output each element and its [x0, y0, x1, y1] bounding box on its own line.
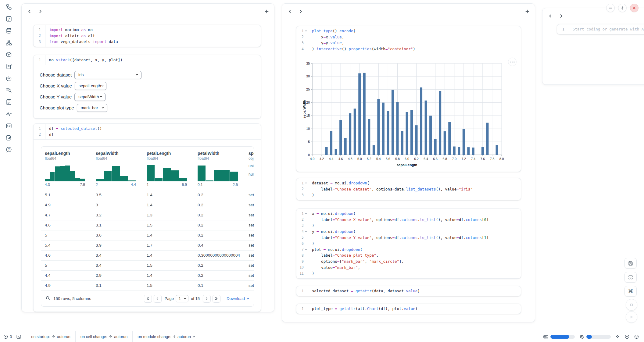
- shutdown-close-icon[interactable]: [630, 4, 639, 12]
- histogram-bar: [128, 180, 136, 181]
- column-header[interactable]: petalLengthfloat6416.9: [143, 147, 194, 190]
- fold-chevron-icon[interactable]: [304, 248, 308, 251]
- settings-gear-icon[interactable]: [618, 4, 627, 12]
- dropdown-select[interactable]: sepalWidth: [74, 93, 106, 101]
- column-move-left-button[interactable]: [26, 8, 33, 15]
- help-icon[interactable]: ?: [5, 146, 12, 153]
- add-cell-button[interactable]: [524, 8, 531, 15]
- table-cell: setosa: [245, 230, 254, 240]
- histogram-bar: [171, 170, 179, 181]
- prev-page-button[interactable]: [154, 295, 162, 303]
- code-editor[interactable]: 1selected_dataset = getattr(data, datase…: [296, 286, 521, 296]
- code-editor[interactable]: 1df = selected_dataset()2df: [34, 124, 261, 139]
- dependency-graph-icon[interactable]: [5, 39, 12, 46]
- dropdown-select[interactable]: iris: [74, 71, 141, 79]
- tracing-icon[interactable]: [5, 111, 12, 117]
- copilot-icon[interactable]: [624, 334, 630, 339]
- zap-icon: [173, 335, 176, 338]
- save-button[interactable]: [624, 258, 637, 269]
- connection-status-icon[interactable]: [634, 334, 639, 339]
- empty-code-cell: 1Start coding or generate with AI: [557, 24, 644, 34]
- dropdown-label: Choose dataset: [40, 72, 72, 77]
- table-row: 4.931.40.2setosa: [41, 200, 254, 210]
- x-tick-label: 7.6: [481, 157, 485, 161]
- code-editor[interactable]: 1mo.vstack([dataset, x, y, plot]): [34, 55, 261, 65]
- code-editor[interactable]: 1plot_type = getattr(alt.Chart(df), plot…: [296, 304, 521, 314]
- column-header[interactable]: speciesobjectunique:nulls:: [245, 147, 254, 190]
- table-cell: 3.5: [92, 190, 143, 200]
- code-editor[interactable]: 1dataset = mo.ui.dropdown(2 label="Choos…: [296, 178, 521, 200]
- histogram-range: 16.9: [147, 183, 187, 187]
- add-cell-button[interactable]: [263, 8, 270, 15]
- column-move-right-button[interactable]: [558, 12, 564, 19]
- code-text: import altair as alt: [45, 34, 95, 38]
- next-page-button[interactable]: [203, 295, 211, 303]
- ai-sparkle-icon[interactable]: [615, 334, 620, 339]
- table-cell: 5.1: [41, 190, 92, 200]
- last-page-button[interactable]: [213, 295, 220, 303]
- column-histogram: [45, 164, 85, 181]
- on-module-change-setting[interactable]: on module change: autorun: [133, 331, 200, 342]
- download-label: Download: [227, 296, 245, 301]
- column-header[interactable]: sepalWidthfloat6424.4: [92, 147, 143, 190]
- dropdown-select[interactable]: sepalLength: [75, 82, 106, 90]
- dropdown-row: Choose datasetiris: [40, 69, 261, 80]
- bar-chart[interactable]: 4.04.24.44.64.85.05.25.45.65.86.06.26.46…: [302, 55, 516, 169]
- file-tree-icon[interactable]: [5, 4, 12, 10]
- documentation-icon[interactable]: [5, 99, 12, 105]
- on-startup-setting[interactable]: on startup: autorun: [26, 331, 75, 342]
- bar: [335, 149, 337, 155]
- column-move-left-button[interactable]: [547, 12, 553, 19]
- run-all-button[interactable]: [626, 311, 637, 323]
- code-line: 2import altair as alt: [34, 33, 261, 39]
- code-editor[interactable]: 1import marimo as mo2import altair as al…: [34, 25, 261, 47]
- functions-icon[interactable]: ƒ: [5, 16, 12, 22]
- fold-chevron-icon[interactable]: [304, 230, 308, 233]
- setting-label: on module change:: [138, 334, 171, 339]
- x-tick-label: 7.8: [490, 157, 495, 161]
- download-button[interactable]: Download: [227, 296, 249, 301]
- search-icon[interactable]: [45, 296, 50, 302]
- layout-toggle-button[interactable]: [624, 272, 637, 283]
- code-editor[interactable]: 1plot_type().encode(2 x=x.value,3 y=y.va…: [296, 26, 521, 54]
- histogram-bar: [70, 171, 75, 181]
- terminal-icon[interactable]: [16, 334, 21, 339]
- table-header-row: sepalLengthfloat644.37.9sepalWidthfloat6…: [41, 147, 254, 190]
- error-count[interactable]: 0: [0, 334, 12, 339]
- setting-label: on startup:: [31, 334, 50, 339]
- cpu-progress-bar: [586, 335, 611, 339]
- bar: [481, 147, 484, 155]
- column-move-right-button[interactable]: [297, 8, 304, 15]
- code-editor[interactable]: 1x = mo.ui.dropdown(2 label="Choose X va…: [296, 209, 521, 278]
- notebook-menu-button[interactable]: [606, 4, 615, 12]
- column-move-left-button[interactable]: [286, 8, 293, 15]
- database-icon[interactable]: [5, 27, 12, 34]
- code-line: 1plot_type = getattr(alt.Chart(df), plot…: [296, 306, 521, 312]
- first-page-button[interactable]: [144, 295, 152, 303]
- bar: [448, 122, 451, 155]
- on-cell-change-setting[interactable]: on cell change: autorun: [76, 331, 133, 342]
- stop-kernel-button[interactable]: [626, 299, 637, 311]
- snippets-icon[interactable]: [5, 123, 12, 129]
- code-text: df: [45, 132, 54, 137]
- cpu-icon: [579, 334, 585, 340]
- fold-chevron-icon[interactable]: [304, 30, 308, 32]
- command-palette-button[interactable]: ⌘: [624, 286, 637, 297]
- dropdown-select[interactable]: mark_bar: [77, 104, 107, 112]
- scratchpad-search-icon[interactable]: [5, 87, 12, 94]
- code-editor-placeholder[interactable]: 1Start coding or generate with AI: [557, 24, 644, 34]
- page-select[interactable]: 1: [176, 295, 188, 302]
- scratchpad-icon[interactable]: [5, 134, 12, 141]
- column-header[interactable]: petalWidthfloat640.12.5: [194, 147, 245, 190]
- packages-icon[interactable]: [5, 51, 12, 58]
- fold-chevron-icon[interactable]: [304, 212, 308, 215]
- bar: [467, 148, 470, 155]
- table-cell: 0.2: [194, 261, 245, 270]
- column-header[interactable]: sepalLengthfloat644.37.9: [41, 147, 92, 190]
- column-move-right-button[interactable]: [37, 8, 44, 15]
- logs-icon[interactable]: [5, 63, 12, 70]
- fold-chevron-icon[interactable]: [304, 182, 308, 184]
- table-row: 53.41.50.2setosa: [41, 260, 254, 270]
- chat-icon[interactable]: [5, 75, 12, 82]
- dropdown-value: sepalWidth: [78, 94, 99, 99]
